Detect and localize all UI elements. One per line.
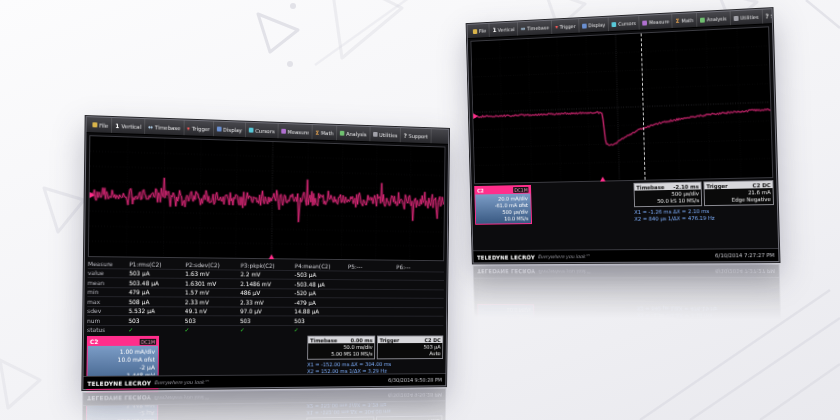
menu-file[interactable]: File <box>470 24 490 38</box>
file-icon <box>473 29 478 34</box>
cell <box>347 300 396 306</box>
cell <box>347 327 396 333</box>
right-horizontal-trigger-group: Timebase-2.10 ms 500 μs/div50.0 kS 10 MS… <box>633 180 774 224</box>
cursors-icon <box>612 22 617 27</box>
cell: 2.1486 mV <box>240 281 294 287</box>
c2-level-marker[interactable] <box>90 192 95 198</box>
trigger-box[interactable]: TriggerC2 DC 503 μAAuto <box>377 335 444 359</box>
menu-display[interactable]: Display <box>214 122 246 138</box>
utilities-gear-icon <box>373 132 378 137</box>
math-sigma-icon: Σ <box>676 18 680 24</box>
menu-vertical[interactable]: 1Vertical <box>490 22 519 37</box>
menu-utilities[interactable]: Utilities <box>370 127 401 142</box>
status-row: status ✓ ✓ ✓ ✓ <box>87 325 443 334</box>
menu-cursors-label: Cursors <box>618 20 636 27</box>
right-statusbar: TELEDYNE LECROY Everywhere you look™ 6/1… <box>473 248 778 263</box>
menu-trigger-label: Trigger <box>192 125 210 131</box>
row-label: status <box>87 327 128 333</box>
cell: 508 μA <box>129 299 185 305</box>
status-check-icon: ✓ <box>294 327 347 333</box>
transient-waveform-glow <box>473 106 771 149</box>
coupling-label: DC1M <box>513 187 528 193</box>
trigger-time-marker[interactable] <box>600 177 606 182</box>
menu-support-label: Support <box>409 133 428 139</box>
timebase-sampling: 50.0 kS 10 MS/s <box>637 197 700 205</box>
display-icon <box>582 23 587 28</box>
menu-timebase[interactable]: ↔Timebase <box>145 119 184 135</box>
cell: 503 <box>294 318 347 324</box>
trigger-mode: Edge Negative <box>707 196 771 204</box>
left-horizontal-trigger-group: Timebase0.00 ms 50.0 ms/div5.00 MS 10 MS… <box>307 335 443 376</box>
menu-vertical[interactable]: 1Vertical <box>112 118 145 134</box>
menu-measure-label: Measure <box>649 18 669 25</box>
cell: 5.532 μA <box>129 308 185 314</box>
c2-level-marker[interactable] <box>473 114 478 120</box>
p3-header[interactable]: P3:pkpk(C2) <box>241 262 295 268</box>
menu-support[interactable]: ?Support <box>401 128 431 143</box>
measure-icon <box>642 20 647 25</box>
cell: 503 <box>128 318 184 324</box>
teledyne-lecroy-logo: TELEDYNE LECROY <box>87 379 151 387</box>
trigger-edge-icon: ▾ <box>555 24 558 30</box>
left-oscilloscope-screen: File 1Vertical ↔Timebase ▾Trigger Displa… <box>82 116 449 390</box>
trigger-time-marker[interactable] <box>269 254 275 259</box>
cell: 503 <box>240 318 294 324</box>
menu-math-label: Math <box>681 17 693 23</box>
menu-trigger[interactable]: ▾Trigger <box>184 121 214 137</box>
marketing-scene: File 1Vertical ↔Timebase ▾Trigger Displa… <box>0 0 840 420</box>
cursors-icon <box>249 128 254 133</box>
menu-analysis[interactable]: Analysis <box>337 126 370 141</box>
menu-trigger[interactable]: ▾Trigger <box>552 19 579 34</box>
menu-cursors[interactable]: Cursors <box>609 16 640 31</box>
timebase-title: Timebase <box>310 337 337 343</box>
menu-timebase-label: Timebase <box>527 25 549 32</box>
cell <box>396 309 444 315</box>
right-descriptor-row: C2 DC1M 20.0 mA/div -61.0 mA ofst 500 μs… <box>474 180 775 249</box>
analysis-icon <box>700 17 705 22</box>
support-question-icon: ? <box>404 132 407 138</box>
trigger-box[interactable]: TriggerC2 DC 21.6 mAEdge Negative <box>703 180 774 206</box>
timebase-sampling: 5.00 MS 10 MS/s <box>310 351 373 358</box>
menu-vertical-label: Vertical <box>121 123 141 130</box>
p1-header[interactable]: P1:rms(C2) <box>129 261 185 268</box>
cell <box>348 273 397 279</box>
timebase-title: Timebase <box>636 184 664 190</box>
menu-display-label: Display <box>223 126 242 132</box>
menu-utilities-label: Utilities <box>740 14 759 21</box>
left-scope-card: File 1Vertical ↔Timebase ▾Trigger Displa… <box>82 116 449 390</box>
cell <box>396 291 444 297</box>
row-label: value <box>88 270 129 276</box>
menu-math[interactable]: ΣMath <box>313 125 338 140</box>
menu-math[interactable]: ΣMath <box>673 13 698 28</box>
p2-header[interactable]: P2:sdev(C2) <box>185 262 240 268</box>
timebase-box[interactable]: Timebase-2.10 ms 500 μs/div50.0 kS 10 MS… <box>633 182 702 207</box>
menu-measure[interactable]: Measure <box>639 14 673 29</box>
timebase-box[interactable]: Timebase0.00 ms 50.0 ms/div5.00 MS 10 MS… <box>307 336 375 360</box>
menu-vertical-label: Vertical <box>498 26 515 33</box>
menu-analysis[interactable]: Analysis <box>697 11 731 27</box>
right-waveform-grid <box>470 26 773 184</box>
p5-header[interactable]: P5:--- <box>348 263 397 269</box>
menu-support[interactable]: ?Support <box>762 9 772 23</box>
p4-header[interactable]: P4:mean(C2) <box>295 263 348 269</box>
p6-header[interactable]: P6:--- <box>396 264 444 270</box>
menu-file[interactable]: File <box>89 117 112 133</box>
menu-utilities[interactable]: Utilities <box>730 10 762 26</box>
c2-descriptor-box[interactable]: C2 DC1M 20.0 mA/div -61.0 mA ofst 500 μs… <box>474 185 532 225</box>
cell: 1.57 mV <box>185 290 240 296</box>
cell: 14.88 μA <box>294 309 347 315</box>
vertical-scale: 1.00 mA/div <box>91 347 155 355</box>
cell <box>348 282 397 288</box>
menu-cursors[interactable]: Cursors <box>246 123 279 139</box>
cell: 1.63 mV <box>185 271 240 277</box>
trigger-mode: Auto <box>379 350 440 357</box>
table-row: num 503 503 503 503 <box>87 315 443 325</box>
status-check-icon: ✓ <box>240 327 294 333</box>
cell <box>396 282 444 288</box>
channel-readout: -2 μA <box>90 363 154 371</box>
cell: -503.48 μA <box>295 281 348 287</box>
cell <box>347 309 396 315</box>
menu-timebase[interactable]: ↔Timebase <box>518 21 553 36</box>
menu-display[interactable]: Display <box>579 18 609 33</box>
menu-measure[interactable]: Measure <box>278 124 313 140</box>
